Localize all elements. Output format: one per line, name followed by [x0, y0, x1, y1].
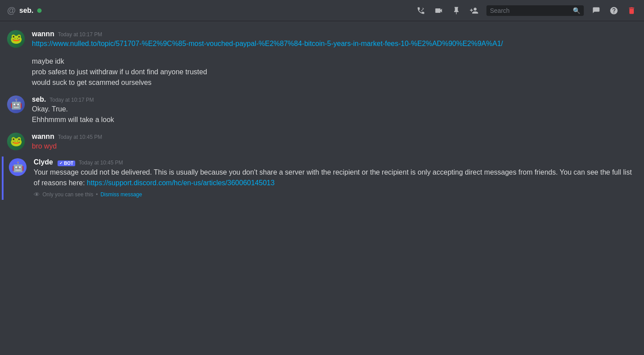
message-text: would suck to get scammed ourselves — [32, 78, 637, 88]
message-content: Clyde ✓ BOT Today at 10:45 PM Your messa… — [34, 158, 637, 198]
avatar — [7, 95, 25, 113]
eye-icon: 👁 — [34, 191, 40, 198]
username: wannn — [32, 133, 54, 141]
timestamp: Today at 10:17 PM — [50, 97, 94, 103]
message-group: seb. Today at 10:17 PM Okay. True. Ehhhm… — [0, 94, 644, 127]
video-button[interactable] — [433, 5, 444, 16]
bot-badge: ✓ BOT — [58, 160, 75, 166]
checkmark-icon: ✓ — [59, 161, 63, 165]
username: seb. — [32, 95, 46, 103]
bullet: • — [96, 191, 98, 198]
avatar — [7, 133, 25, 150]
at-icon: @ — [7, 5, 16, 15]
timestamp: Today at 10:45 PM — [79, 160, 123, 166]
message-text: prob safest to just withdraw if u dont f… — [32, 67, 637, 77]
username: Clyde — [34, 158, 53, 166]
timestamp: Today at 10:17 PM — [58, 31, 102, 38]
inbox-button[interactable] — [591, 5, 602, 16]
clyde-system-message: Your message could not be delivered. Thi… — [34, 167, 637, 188]
message-header: seb. Today at 10:17 PM — [32, 95, 637, 103]
message-group: wannn Today at 10:45 PM bro wyd — [0, 131, 644, 153]
pin-button[interactable] — [451, 5, 462, 16]
message-group: wannn Today at 10:17 PM https://www.null… — [0, 28, 644, 90]
message-content: seb. Today at 10:17 PM Okay. True. Ehhhm… — [32, 95, 637, 126]
username: wannn — [32, 30, 54, 38]
avatar — [7, 30, 25, 48]
delete-button[interactable] — [626, 5, 637, 16]
message-link[interactable]: https://www.nulled.to/topic/571707-%E2%9… — [32, 39, 637, 49]
message-text: Ehhhmmm will take a look — [32, 115, 637, 125]
search-bar[interactable]: 🔍 — [486, 5, 584, 16]
only-you-text: Only you can see this — [42, 191, 93, 198]
help-button[interactable] — [609, 5, 619, 16]
call-button[interactable] — [416, 5, 426, 16]
chat-area: wannn Today at 10:17 PM https://www.null… — [0, 21, 644, 355]
search-input[interactable] — [490, 7, 569, 14]
message-content: wannn Today at 10:17 PM https://www.null… — [32, 30, 637, 88]
message-group-clyde: Clyde ✓ BOT Today at 10:45 PM Your messa… — [2, 157, 644, 200]
message-text: bro wyd — [32, 141, 637, 151]
bot-label: BOT — [64, 161, 73, 166]
message-header: Clyde ✓ BOT Today at 10:45 PM — [34, 158, 637, 166]
topbar-left: @ seb. — [7, 5, 412, 15]
topbar: @ seb. 🔍 — [0, 0, 644, 21]
online-status-dot — [37, 8, 42, 13]
clyde-link[interactable]: https://support.discord.com/hc/en-us/art… — [87, 179, 274, 187]
timestamp: Today at 10:45 PM — [58, 134, 102, 140]
search-icon: 🔍 — [573, 7, 580, 14]
message-content: wannn Today at 10:45 PM bro wyd — [32, 133, 637, 151]
dismiss-link[interactable]: Dismiss message — [100, 191, 142, 198]
message-text: maybe idk — [32, 57, 637, 66]
add-friend-button[interactable] — [469, 5, 479, 16]
only-you-row: 👁 Only you can see this • Dismiss messag… — [34, 191, 637, 198]
message-header: wannn Today at 10:17 PM — [32, 30, 637, 38]
topbar-right: 🔍 — [416, 5, 637, 16]
channel-name: seb. — [19, 7, 34, 15]
message-header: wannn Today at 10:45 PM — [32, 133, 637, 141]
avatar-clyde — [9, 158, 27, 176]
message-text: Okay. True. — [32, 104, 637, 114]
divider — [32, 50, 637, 57]
